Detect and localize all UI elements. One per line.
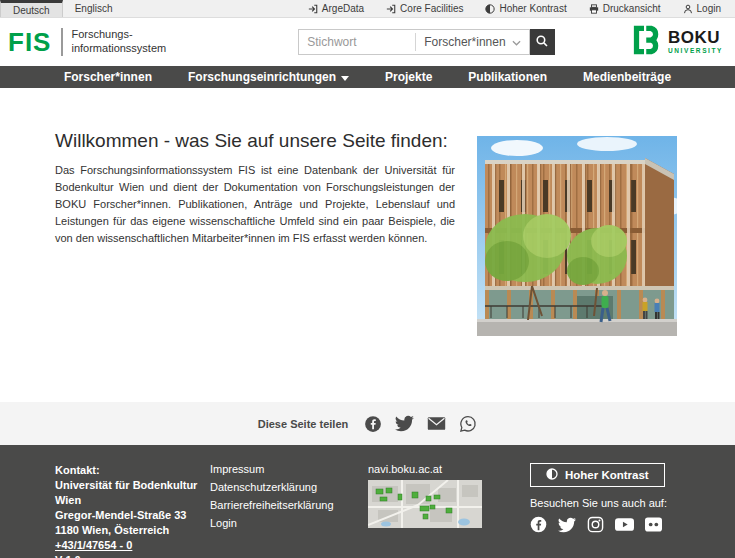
search-bar: Forscher*innen bbox=[298, 29, 554, 55]
language-tab-englisch[interactable]: Englisch bbox=[63, 0, 125, 17]
search-box: Forscher*innen bbox=[298, 29, 529, 55]
fis-logo-line2: informationssystem bbox=[71, 42, 166, 54]
chevron-down-icon bbox=[341, 70, 349, 84]
boku-logo[interactable]: BOKU UNIVERSITY bbox=[632, 25, 723, 59]
topbar-link-label: Core Facilities bbox=[400, 3, 463, 14]
search-input[interactable] bbox=[299, 30, 415, 54]
nav-item-label: Medienbeiträge bbox=[583, 70, 671, 84]
share-band: Diese Seite teilen bbox=[0, 402, 735, 445]
contrast-icon bbox=[546, 468, 558, 482]
campus-map[interactable] bbox=[368, 480, 482, 528]
chevron-down-icon bbox=[512, 35, 521, 49]
fis-logo[interactable]: FIS Forschungs- informationssystem bbox=[8, 27, 166, 58]
topbar-link-druckansicht[interactable]: Druckansicht bbox=[589, 3, 661, 14]
topbar-link-argedata[interactable]: ArgeData bbox=[308, 3, 364, 14]
header: FIS Forschungs- informationssystem Forsc… bbox=[0, 18, 735, 66]
whatsapp-share-icon[interactable] bbox=[459, 415, 477, 433]
sign-in-icon bbox=[386, 4, 396, 14]
footer-extra: Hoher Kontrast Besuchen Sie uns auch auf… bbox=[530, 463, 735, 558]
search-button[interactable] bbox=[530, 29, 555, 55]
nav-item-projekte[interactable]: Projekte bbox=[385, 70, 432, 84]
youtube-icon[interactable] bbox=[615, 517, 634, 532]
sign-in-icon bbox=[308, 4, 318, 14]
contrast-button-label: Hoher Kontrast bbox=[565, 469, 649, 481]
fis-logo-acronym: FIS bbox=[8, 27, 51, 58]
topbar-link-core-facilities[interactable]: Core Facilities bbox=[386, 3, 463, 14]
printer-icon bbox=[589, 4, 599, 14]
topbar-link-hoher-kontrast[interactable]: Hoher Kontrast bbox=[485, 3, 566, 14]
email-share-icon[interactable] bbox=[427, 416, 446, 431]
building-photo bbox=[477, 136, 677, 336]
nav-item-forscherinnen[interactable]: Forscher*innen bbox=[64, 70, 152, 84]
footer-map-section: navi.boku.ac.at bbox=[368, 463, 530, 558]
nav-item-forschungseinrichtungen[interactable]: Forschungseinrichtungen bbox=[188, 70, 349, 84]
welcome-section: Willkommen - was Sie auf unsere Seite fi… bbox=[55, 130, 455, 336]
footer-contact: Kontakt: Universität für Bodenkultur Wie… bbox=[55, 463, 210, 558]
contrast-icon bbox=[485, 4, 495, 14]
version-label: V:1.0 bbox=[55, 553, 210, 558]
nav-item-label: Forscher*innen bbox=[64, 70, 152, 84]
nav-item-medienbeitraege[interactable]: Medienbeiträge bbox=[583, 70, 671, 84]
footer: Kontakt: Universität für Bodenkultur Wie… bbox=[0, 445, 735, 558]
contact-org: Universität für Bodenkultur Wien bbox=[55, 478, 210, 508]
main-nav: Forscher*innen Forschungseinrichtungen P… bbox=[0, 66, 735, 88]
flickr-icon[interactable] bbox=[645, 517, 662, 532]
footer-map-link[interactable]: navi.boku.ac.at bbox=[368, 463, 530, 475]
facebook-share-icon[interactable] bbox=[364, 415, 382, 433]
topbar-link-label: Druckansicht bbox=[603, 3, 661, 14]
person-icon bbox=[683, 4, 693, 14]
fis-logo-line1: Forschungs- bbox=[71, 28, 132, 40]
twitter-share-icon[interactable] bbox=[395, 415, 414, 432]
search-icon bbox=[535, 34, 549, 51]
footer-link-login[interactable]: Login bbox=[210, 517, 368, 529]
topbar-links: ArgeData Core Facilities Hoher Kontrast … bbox=[308, 0, 735, 17]
topbar-link-label: Hoher Kontrast bbox=[499, 3, 566, 14]
contact-phone-link[interactable]: +43/1/47654 - 0 bbox=[55, 538, 132, 553]
share-icons bbox=[364, 415, 477, 433]
nav-item-label: Forschungseinrichtungen bbox=[188, 70, 336, 84]
boku-logo-mark-icon bbox=[632, 25, 662, 59]
page: Deutsch Englisch ArgeData Core Facilitie… bbox=[0, 0, 735, 558]
share-label: Diese Seite teilen bbox=[258, 418, 349, 430]
social-heading: Besuchen Sie uns auch auf: bbox=[530, 497, 735, 509]
boku-logo-text: BOKU UNIVERSITY bbox=[668, 29, 723, 55]
instagram-icon[interactable] bbox=[587, 516, 604, 533]
footer-link-datenschutz[interactable]: Datenschutzerklärung bbox=[210, 481, 368, 493]
contact-street: Gregor-Mendel-Straße 33 bbox=[55, 508, 210, 523]
boku-subtitle: UNIVERSITY bbox=[668, 48, 723, 55]
nav-item-publikationen[interactable]: Publikationen bbox=[468, 70, 547, 84]
topbar-link-label: ArgeData bbox=[322, 3, 364, 14]
topbar: Deutsch Englisch ArgeData Core Facilitie… bbox=[0, 0, 735, 18]
contact-city: 1180 Wien, Österreich bbox=[55, 523, 210, 538]
language-tab-deutsch[interactable]: Deutsch bbox=[0, 0, 63, 17]
facebook-icon[interactable] bbox=[530, 516, 547, 533]
contact-heading: Kontakt: bbox=[55, 463, 210, 478]
intro-paragraph: Das Forschungsinformationssystem FIS ist… bbox=[55, 162, 455, 247]
twitter-icon[interactable] bbox=[558, 517, 576, 533]
language-tabs: Deutsch Englisch bbox=[0, 0, 125, 17]
footer-social-icons bbox=[530, 516, 735, 533]
topbar-link-label: Login bbox=[697, 3, 721, 14]
topbar-link-login[interactable]: Login bbox=[683, 3, 721, 14]
footer-link-barrierefreiheit[interactable]: Barrierefreiheitserklärung bbox=[210, 499, 368, 511]
nav-item-label: Publikationen bbox=[468, 70, 547, 84]
fis-logo-text: Forschungs- informationssystem bbox=[71, 28, 166, 56]
footer-links: Impressum Datenschutzerklärung Barrieref… bbox=[210, 463, 368, 558]
footer-link-impressum[interactable]: Impressum bbox=[210, 463, 368, 475]
footer-contrast-button[interactable]: Hoher Kontrast bbox=[530, 463, 665, 487]
nav-item-label: Projekte bbox=[385, 70, 432, 84]
search-scope-dropdown[interactable]: Forscher*innen bbox=[415, 33, 528, 51]
page-title: Willkommen - was Sie auf unsere Seite fi… bbox=[55, 130, 455, 152]
boku-name: BOKU bbox=[668, 29, 723, 46]
logo-divider bbox=[61, 28, 63, 56]
main-content: Willkommen - was Sie auf unsere Seite fi… bbox=[0, 88, 735, 402]
search-scope-value: Forscher*innen bbox=[424, 35, 505, 49]
